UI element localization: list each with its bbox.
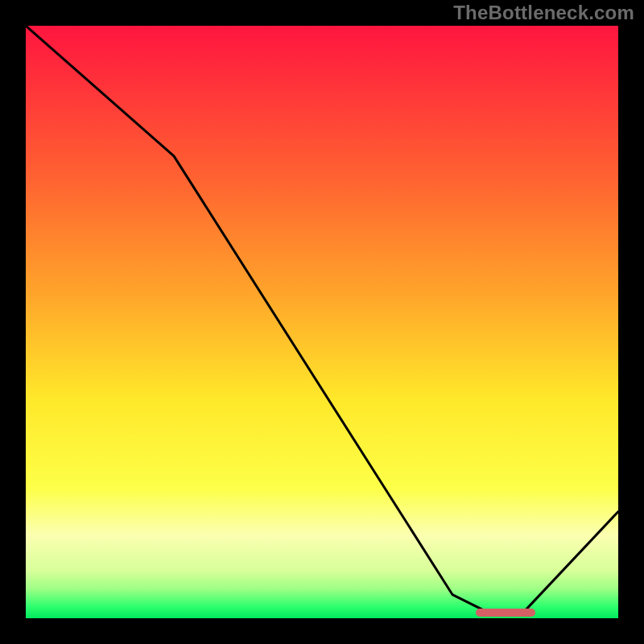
chart-canvas: TheBottleneck.com [0, 0, 644, 644]
attribution-text: TheBottleneck.com [453, 2, 634, 24]
optimal-range-marker [476, 609, 535, 617]
bottleneck-curve [26, 26, 618, 618]
curve-path [26, 26, 618, 613]
plot-area [26, 26, 618, 618]
